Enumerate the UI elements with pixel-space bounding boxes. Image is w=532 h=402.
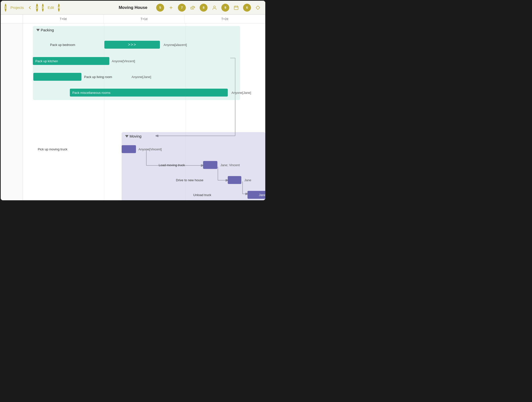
drive-label: Drive to new house xyxy=(176,176,203,184)
load-truck-label: Load moving truck xyxy=(159,161,185,169)
toolbar-left: 1 Projects 2 3 Edit 4 xyxy=(5,4,54,12)
timeline-header: T+0d T+1d T+2d xyxy=(1,15,265,23)
btn5-circle[interactable]: 5 xyxy=(156,4,164,12)
pick-truck-assignee: Anyone[Vincent] xyxy=(138,145,162,153)
calendar-icon[interactable] xyxy=(233,4,240,11)
pack-kitchen-assignee: Anyone[Vincent] xyxy=(112,57,135,65)
unload-label: Unload truck xyxy=(193,191,211,199)
svg-rect-4 xyxy=(234,6,238,10)
app-container: 1 Projects 2 3 Edit 4 Moving House 5 + 7 xyxy=(0,0,266,201)
btn8-circle[interactable]: 8 xyxy=(200,4,208,12)
pack-misc-label: Pack miscellaneous rooms xyxy=(72,91,111,95)
pack-bedroom-assignee: Anyone[Vincent] xyxy=(164,41,187,49)
header-spacer xyxy=(1,15,23,23)
share-icon[interactable] xyxy=(189,4,196,11)
load-truck-bar[interactable] xyxy=(203,161,217,169)
toolbar-right: 5 + 7 8 9 xyxy=(156,4,261,12)
btn7-circle[interactable]: 7 xyxy=(178,4,186,12)
pick-truck-label: Pick up moving truck xyxy=(38,145,67,153)
moving-group: Moving xyxy=(122,132,265,200)
drive-bar[interactable] xyxy=(228,176,241,184)
svg-point-3 xyxy=(213,6,215,8)
btn4-circle[interactable]: 4 xyxy=(58,4,60,12)
projects-button[interactable]: Projects xyxy=(10,5,24,10)
gantt-area: Packing >>> Pack up bedroom Anyone[Vince… xyxy=(23,23,265,200)
pack-living-bar[interactable] xyxy=(33,73,81,81)
svg-rect-0 xyxy=(191,7,192,9)
pack-misc-assignee: Anyone[Jane] xyxy=(231,89,251,97)
timeline-col-3: T+2d xyxy=(185,15,265,23)
toolbar: 1 Projects 2 3 Edit 4 Moving House 5 + 7 xyxy=(1,1,265,15)
btn3-circle[interactable]: 3 xyxy=(42,4,44,12)
timeline-col-1: T+0d xyxy=(23,15,104,23)
main-area: Packing >>> Pack up bedroom Anyone[Vince… xyxy=(1,23,265,200)
pack-living-label: Pack up living room xyxy=(84,73,112,81)
btn2-circle[interactable]: 2 xyxy=(36,4,38,12)
back-icon[interactable] xyxy=(28,4,32,11)
load-truck-assignee: Jane; Vincent xyxy=(220,161,240,169)
btn9-circle[interactable]: 9 xyxy=(221,4,229,12)
page-title: Moving House xyxy=(119,5,147,10)
pack-kitchen-label: Pack up kitchen xyxy=(35,59,58,63)
unload-bar[interactable]: Jane xyxy=(247,191,265,199)
timeline-columns: T+0d T+1d T+2d xyxy=(23,15,265,23)
pack-kitchen-bar[interactable]: Pack up kitchen xyxy=(33,57,109,65)
edit-button[interactable]: Edit xyxy=(48,5,54,10)
timeline-col-2: T+1d xyxy=(104,15,184,23)
pack-bedroom-label: Pack up bedroom xyxy=(50,41,75,49)
btn6-circle[interactable]: 6 xyxy=(243,4,251,12)
drive-assignee: Jane xyxy=(244,176,251,184)
packing-group-label: Packing xyxy=(33,26,240,34)
add-icon[interactable]: + xyxy=(168,4,174,11)
svg-rect-2 xyxy=(194,7,195,8)
person-icon[interactable] xyxy=(211,4,218,11)
pack-bedroom-marker: >>> xyxy=(128,42,136,47)
pack-bedroom-bar[interactable]: >>> xyxy=(104,41,160,49)
pack-misc-bar[interactable]: Pack miscellaneous rooms xyxy=(70,89,228,97)
pick-truck-bar[interactable] xyxy=(122,145,136,153)
task-list-col xyxy=(1,23,23,200)
svg-rect-1 xyxy=(192,6,194,9)
packing-collapse-triangle[interactable] xyxy=(36,29,40,31)
settings-icon[interactable] xyxy=(254,4,261,11)
moving-group-label: Moving xyxy=(122,132,265,140)
btn1-circle[interactable]: 1 xyxy=(5,4,6,12)
pack-living-assignee: Anyone[Jane] xyxy=(132,73,151,81)
unload-assignee-label: Jane xyxy=(259,193,265,197)
moving-collapse-triangle[interactable] xyxy=(125,135,129,138)
